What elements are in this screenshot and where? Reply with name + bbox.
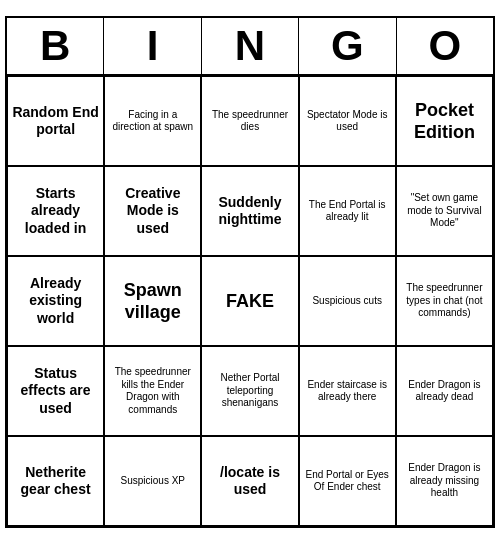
bingo-letter-o: O (397, 18, 493, 74)
bingo-cell-11[interactable]: Spawn village (104, 256, 201, 346)
bingo-cell-12[interactable]: FAKE (201, 256, 298, 346)
bingo-cell-5[interactable]: Starts already loaded in (7, 166, 104, 256)
bingo-letter-n: N (202, 18, 299, 74)
bingo-cell-2[interactable]: The speedrunner dies (201, 76, 298, 166)
bingo-cell-20[interactable]: Netherite gear chest (7, 436, 104, 526)
bingo-cell-22[interactable]: /locate is used (201, 436, 298, 526)
bingo-cell-18[interactable]: Ender staircase is already there (299, 346, 396, 436)
bingo-cell-8[interactable]: The End Portal is already lit (299, 166, 396, 256)
bingo-header: BINGO (7, 18, 493, 76)
bingo-cell-13[interactable]: Suspicious cuts (299, 256, 396, 346)
bingo-cell-15[interactable]: Status effects are used (7, 346, 104, 436)
bingo-cell-19[interactable]: Ender Dragon is already dead (396, 346, 493, 436)
bingo-cell-21[interactable]: Suspicious XP (104, 436, 201, 526)
bingo-cell-24[interactable]: Ender Dragon is already missing health (396, 436, 493, 526)
bingo-cell-1[interactable]: Facing in a direction at spawn (104, 76, 201, 166)
bingo-grid: Random End portalFacing in a direction a… (7, 76, 493, 526)
bingo-cell-10[interactable]: Already existing world (7, 256, 104, 346)
bingo-cell-16[interactable]: The speedrunner kills the Ender Dragon w… (104, 346, 201, 436)
bingo-cell-7[interactable]: Suddenly nighttime (201, 166, 298, 256)
bingo-cell-17[interactable]: Nether Portal teleporting shenanigans (201, 346, 298, 436)
bingo-cell-14[interactable]: The speedrunner types in chat (not comma… (396, 256, 493, 346)
bingo-cell-23[interactable]: End Portal or Eyes Of Ender chest (299, 436, 396, 526)
bingo-cell-4[interactable]: Pocket Edition (396, 76, 493, 166)
bingo-letter-b: B (7, 18, 104, 74)
bingo-cell-3[interactable]: Spectator Mode is used (299, 76, 396, 166)
bingo-cell-0[interactable]: Random End portal (7, 76, 104, 166)
bingo-cell-9[interactable]: "Set own game mode to Survival Mode" (396, 166, 493, 256)
bingo-letter-g: G (299, 18, 396, 74)
bingo-cell-6[interactable]: Creative Mode is used (104, 166, 201, 256)
bingo-card: BINGO Random End portalFacing in a direc… (5, 16, 495, 528)
bingo-letter-i: I (104, 18, 201, 74)
